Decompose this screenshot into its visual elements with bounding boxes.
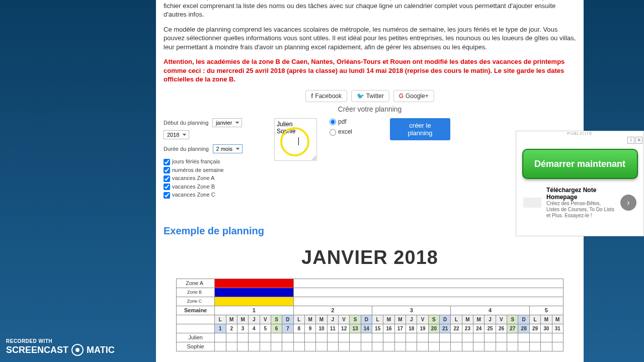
person-row-1: Julien [177, 333, 215, 342]
create-planning-button[interactable]: créer le planning [390, 118, 450, 140]
start-year-select[interactable]: 2018 [164, 130, 189, 139]
person-row-2: Sophie [177, 342, 215, 351]
check-zone-b[interactable] [164, 184, 170, 190]
share-twitter-button[interactable]: 🐦Twitter [351, 90, 389, 102]
section-title: Créer votre planning [164, 105, 576, 113]
duration-select[interactable]: 2 mois [213, 144, 243, 153]
intro-paragraph-1: vous cherchez sur internet un outil simp… [164, 0, 576, 19]
check-zone-a[interactable] [164, 175, 170, 182]
warning-text: Attention, les académies de la zone B de… [164, 57, 576, 84]
ad-close-icon[interactable]: ✕ [635, 137, 642, 144]
check-zone-c[interactable] [164, 192, 170, 199]
start-label: Début du planning [164, 120, 208, 126]
facebook-icon: f [311, 93, 313, 100]
format-excel-radio[interactable] [330, 129, 336, 136]
example-heading: Exemple de planning [164, 225, 576, 237]
share-googleplus-button[interactable]: GGoogle+ [393, 90, 434, 102]
text-cursor [298, 137, 299, 145]
ad-logo [523, 198, 541, 208]
check-weeknum[interactable] [164, 167, 170, 173]
start-month-select[interactable]: janvier [212, 118, 242, 127]
ad-arrow-icon[interactable]: › [620, 195, 636, 211]
advertisement: PUBLICITÉ i ✕ Démarrer maintenant Téléch… [516, 131, 644, 236]
intro-paragraph-2: Ce modèle de planning comprend les vacan… [164, 25, 576, 52]
twitter-icon: 🐦 [357, 93, 364, 100]
check-feries[interactable] [164, 159, 170, 165]
names-textarea[interactable] [274, 118, 317, 161]
screencast-watermark: RECORDED WITH SCREENCAST MATIC [6, 338, 115, 356]
share-facebook-button[interactable]: fFacebook [305, 90, 347, 102]
duration-label: Durée du planning [164, 146, 209, 152]
month-heading: JANVIER 2018 [164, 247, 576, 268]
format-pdf-radio[interactable] [330, 119, 336, 125]
googleplus-icon: G [399, 93, 404, 100]
ad-info-icon[interactable]: i [627, 137, 634, 144]
ad-cta-button[interactable]: Démarrer maintenant [522, 149, 638, 179]
calendar-table: Zone A Zone B Zone C Semaine 1 2 3 4 5 L… [176, 279, 564, 351]
